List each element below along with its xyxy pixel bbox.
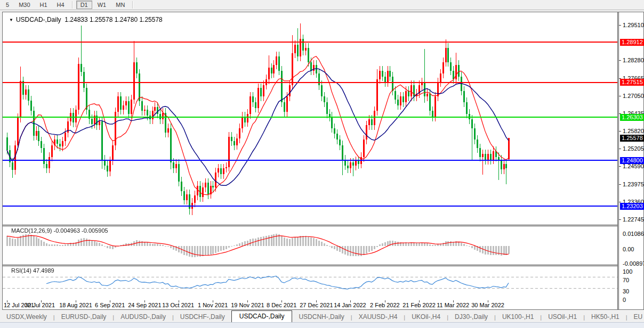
price-tick-mark [619, 219, 621, 220]
date-tick-label: 1 Nov 2021 [198, 302, 228, 308]
date-tick-label: 24 Sep 2021 [128, 302, 161, 308]
period-button-d1[interactable]: D1 [76, 1, 92, 9]
main-chart-canvas[interactable] [3, 12, 617, 225]
price-tick-mark [619, 60, 621, 61]
level-price-badge: 1.28912 [620, 39, 644, 46]
rsi-axis-label: 70 [623, 277, 629, 283]
chart-tab-xauusd-h4[interactable]: XAUUSD-,H4 [352, 312, 404, 322]
period-button-h1[interactable]: H1 [36, 1, 52, 9]
chart-symbol-period: USDCAD-,Daily [16, 16, 61, 23]
chart-tab-usoil-h1[interactable]: USOil-,H1 [542, 312, 583, 322]
price-tick-label: 1.23975 [623, 181, 644, 187]
status-bar [0, 322, 644, 328]
date-tick-label: 27 Dec 2021 [300, 302, 333, 308]
price-tick-mark [619, 166, 621, 167]
period-button-mn[interactable]: MN [111, 1, 129, 9]
toolbar-separator [72, 1, 73, 9]
chart-tab-usdchf-daily[interactable]: USDCHF-,Daily [174, 312, 231, 322]
rsi-canvas[interactable] [3, 266, 617, 300]
chart-tab-usdx-weekly[interactable]: USDX,Weekly [0, 312, 53, 322]
chart-ohlc-values: 1.24833 1.25578 1.24780 1.25578 [65, 16, 163, 23]
period-button-5[interactable]: 5 [2, 1, 13, 9]
date-tick-label: 8 Dec 2021 [267, 302, 296, 308]
timeframe-toolbar: 5M30H1H4D1W1MN [0, 0, 644, 10]
date-tick-label: 13 Oct 2021 [162, 302, 194, 308]
chart-tab-uk100-h1[interactable]: UK100-,H1 [496, 312, 540, 322]
price-tick-label: 1.25820 [623, 128, 644, 134]
chart-tab-ukoil-h4[interactable]: UKOil-,H4 [405, 312, 447, 322]
price-tick-mark [619, 131, 621, 132]
chart-menu-icon[interactable]: ▼ [9, 18, 13, 22]
date-tick-label: 2 Feb 2022 [370, 302, 400, 308]
mt4-terminal: 5M30H1H4D1W1MN 12 Jul 202130 Jul 202118 … [0, 0, 644, 328]
price-tick-label: 1.27050 [623, 93, 644, 99]
current-price-badge: 1.25578 [620, 135, 644, 142]
price-tick-label: 1.25205 [623, 145, 644, 152]
period-button-w1[interactable]: W1 [93, 1, 111, 9]
level-price-badge: 1.23203 [620, 203, 644, 210]
date-tick-label: 18 Aug 2021 [59, 302, 92, 308]
level-price-badge: 1.26303 [620, 114, 644, 121]
chart-tab-dj30-daily[interactable]: DJ30-,Daily [448, 312, 494, 322]
date-tick-label: 11 Mar 2022 [437, 302, 469, 308]
rsi-label: RSI(14) 47.4989 [11, 267, 54, 274]
price-tick-label: 1.22745 [623, 216, 644, 223]
price-tick-mark [619, 202, 621, 202]
price-tick-mark [619, 25, 621, 26]
chart-title: ▼USDCAD-,Daily 1.24833 1.25578 1.24780 1… [9, 16, 163, 23]
level-price-badge: 1.24800 [620, 157, 644, 164]
period-button-m30[interactable]: M30 [14, 1, 34, 9]
rsi-axis-label: 100 [623, 268, 632, 275]
macd-label: MACD(12,26,9) -0.004963 -0.005905 [11, 227, 108, 234]
chart-tab-eurusd-daily[interactable]: EURUSD-,Daily [55, 312, 113, 322]
chart-tab-hk50-h1[interactable]: HK50-,H1 [585, 312, 626, 322]
chart-tab-bar: USDX,Weekly|EURUSD-,Daily|AUDUSD-,Daily|… [0, 310, 644, 322]
level-price-badge: 1.27515 [620, 79, 644, 86]
date-tick-label: 14 Jan 2022 [334, 302, 366, 308]
price-tick-mark [619, 184, 621, 185]
chart-tab-audusd-daily[interactable]: AUDUSD-,Daily [114, 312, 172, 322]
chart-tab-usdcnh-daily[interactable]: USDCNH-,Daily [292, 312, 350, 322]
macd-axis-label: 0.010869 [623, 231, 644, 237]
toolbar-separator [132, 1, 133, 9]
price-tick-label: 1.28280 [623, 57, 644, 63]
price-tick-mark [619, 96, 621, 96]
rsi-axis-label: 30 [623, 288, 629, 294]
period-button-h4[interactable]: H4 [53, 1, 69, 9]
date-tick-label: 30 Jul 2021 [25, 302, 55, 308]
chart-tab-usdcad-daily[interactable]: USDCAD-,Daily [231, 310, 293, 322]
date-tick-label: 30 Mar 2022 [471, 302, 504, 308]
price-tick-label: 1.29510 [623, 22, 644, 28]
price-axis: 1.295101.282801.276651.270501.264351.258… [617, 12, 643, 309]
date-tick-label: 19 Nov 2021 [231, 302, 264, 308]
date-axis: 12 Jul 202130 Jul 202118 Aug 20216 Sep 2… [3, 300, 617, 309]
date-tick-label: 6 Sep 2021 [95, 302, 125, 308]
price-tick-mark [619, 149, 621, 149]
chart-window: 12 Jul 202130 Jul 202118 Aug 20216 Sep 2… [2, 12, 644, 310]
macd-axis-label: 0.00 [623, 246, 634, 252]
date-tick-label: 21 Feb 2022 [402, 302, 436, 308]
rsi-axis-label: 0 [623, 297, 626, 303]
macd-axis-label: -0.008974 [623, 260, 644, 267]
